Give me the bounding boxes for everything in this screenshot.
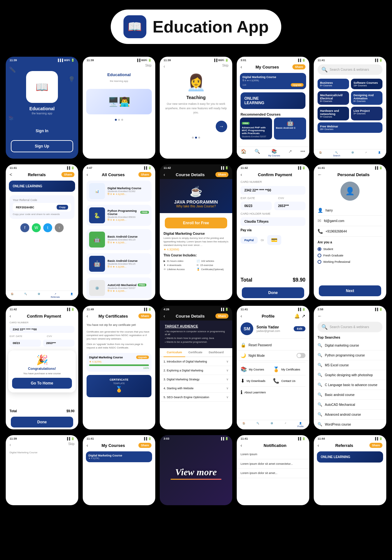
curr-1[interactable]: 1. Introduction of Digital Marketing ∨ (160, 357, 232, 366)
nav-more[interactable]: ••• (300, 149, 305, 157)
nav-share-profile[interactable]: ↗ (284, 422, 286, 427)
skip-16[interactable]: Skip (68, 442, 74, 447)
about-option[interactable]: ℹ About LearnVern (237, 387, 309, 398)
back-3[interactable]: ‹ (164, 64, 165, 69)
cert-upgrade-badge[interactable]: Upgrade (136, 355, 149, 359)
exp-c[interactable]: 08/23 (10, 340, 41, 347)
tab-certificate[interactable]: Certificate (185, 348, 206, 356)
nav-home-2[interactable]: 🏠 (319, 151, 322, 157)
back-notification[interactable]: ‹ (241, 443, 242, 448)
paypal-btn[interactable]: PayPal (241, 237, 258, 244)
whatsapp-btn[interactable]: W (32, 223, 41, 232)
nav-home[interactable]: 🏠 (241, 149, 246, 157)
share-icon-profile[interactable]: ↗ (302, 313, 305, 319)
share-my-courses[interactable]: Share (292, 64, 305, 69)
nav-referrals-tab[interactable]: ↗ Referrals (51, 293, 60, 298)
cardholder-field[interactable]: Claudia T.Reyes (241, 217, 305, 226)
back-17[interactable]: ‹ (87, 443, 88, 448)
course-item-2[interactable]: 🐍 Python Programming Course FREE Student… (87, 205, 151, 226)
cat-business[interactable]: Business 6+ Courses (318, 79, 349, 89)
nav-share-2[interactable]: ↗ (365, 151, 367, 157)
contact-us-option[interactable]: 📞 Contact Us (273, 375, 305, 387)
search-bar-5[interactable]: 🔍 Search Courses & webinars (318, 64, 382, 75)
nav-home-profile[interactable]: 🏠 (242, 422, 245, 427)
back-course[interactable]: ‹ (164, 172, 165, 177)
go-home-btn[interactable]: Go To Home (12, 378, 72, 389)
back-search[interactable]: ← (318, 313, 322, 319)
search-result-7[interactable]: 🔍 AutoCAD Mechanical (314, 400, 386, 410)
nav-search-profile[interactable]: 🔍 (256, 422, 259, 427)
exp-field[interactable]: 06/23 (241, 202, 272, 210)
back-personal[interactable]: ← (318, 172, 322, 177)
view-more-text[interactable]: View more (175, 467, 217, 477)
back-profile[interactable]: ‹ (241, 313, 242, 319)
nav-search-ref[interactable]: 🔍 (24, 293, 27, 298)
cat-designing[interactable]: Designing AndAnimation 6+ Courses (351, 91, 382, 105)
curr-5[interactable]: 5. SEO-Search Engine Optimization ∨ (160, 393, 232, 402)
my-certs-option[interactable]: 🏅 My Certificates (273, 364, 305, 375)
course-item-5[interactable]: ⚙️ AutoCAD Mechanical FREE Students Enro… (87, 277, 151, 298)
search-result-6[interactable]: 🔍 Basic android course (314, 390, 386, 400)
twitter-btn[interactable]: t (43, 223, 52, 232)
nav-search-2[interactable]: 🔍 Search (333, 151, 340, 157)
nav-settings-profile[interactable]: ⚙️ (270, 422, 273, 427)
tab-dashboard[interactable]: Dashboard (206, 348, 227, 356)
back-target[interactable]: ‹ (164, 313, 165, 319)
search-result-4[interactable]: 🔍 Graphic designing with photoshop (314, 370, 386, 380)
share-ref-2[interactable]: Share (369, 443, 382, 448)
back-ref-2[interactable]: ‹ (318, 443, 319, 448)
tab-curriculum[interactable]: Curriculum (164, 348, 185, 357)
course-item-1[interactable]: 📊 Digital Marketing Course Students Enro… (87, 181, 151, 202)
cat-live-project[interactable]: Live Project 3+ Courses (351, 107, 382, 120)
cat-mechanical[interactable]: Mechanical/civil/Electrical 8+ Courses (318, 91, 349, 105)
next-circle-btn[interactable]: → (216, 121, 227, 132)
back-congrats[interactable]: ‹ (10, 313, 11, 319)
more-share-btn[interactable]: ↑ (55, 223, 64, 232)
nav-settings-2[interactable]: ⚙️ (351, 151, 354, 157)
sign-in-btn[interactable]: Sign In (11, 126, 73, 136)
skip-btn[interactable]: Skip (145, 64, 151, 67)
share-certs[interactable]: Share (138, 313, 151, 319)
sign-up-btn[interactable]: Sign Up (11, 140, 73, 152)
curr-2[interactable]: 2. Exploring a Digital Marketing ∨ (160, 366, 232, 375)
cvv-c[interactable]: 2653*** (43, 340, 74, 347)
bell-icon[interactable]: 🔔 (294, 313, 300, 319)
done-btn-1[interactable]: Done (242, 287, 304, 298)
cat-software[interactable]: Software Courses 19+ Courses (351, 79, 382, 89)
night-mode-toggle[interactable] (297, 353, 305, 358)
my-downloads-option[interactable]: ⬇ My Downloads (241, 375, 273, 387)
nav-my-courses-tab[interactable]: 📚 My Courses (268, 149, 280, 157)
back-my-courses[interactable]: ‹ (241, 64, 242, 69)
nav-profile-ref[interactable]: 👤 (70, 293, 73, 298)
done-btn-c[interactable]: Done (11, 417, 73, 427)
upgrade-badge[interactable]: Upgrade (291, 83, 304, 87)
search-result-2[interactable]: 🔍 Python programming course (314, 350, 386, 360)
nav-settings-ref[interactable]: ⚙️ (38, 293, 40, 298)
reset-pw-row[interactable]: 🔒 Reset Password (237, 340, 309, 350)
nav-home-ref[interactable]: 🏠 (11, 293, 14, 298)
copy-btn[interactable]: Copy (57, 205, 68, 210)
back-16[interactable]: ‹ (10, 442, 11, 447)
cat-webinar[interactable]: Free Webinar 28+ Courses (318, 122, 382, 133)
enroll-btn[interactable]: Enroll for Free (165, 218, 227, 228)
back-referrals[interactable]: < (10, 172, 12, 177)
radio-graduate[interactable]: Fresh Graduate (318, 252, 382, 259)
edit-btn[interactable]: Edit (294, 326, 305, 331)
my-courses-option[interactable]: 📚 My Courses (241, 364, 273, 375)
share-target[interactable]: Share (215, 313, 228, 319)
search-result-9[interactable]: 🔍 WordPress course (314, 420, 386, 429)
share-all-courses[interactable]: Share (138, 172, 151, 177)
search-result-3[interactable]: 🔍 MS Excel course (314, 360, 386, 370)
back-payment-1[interactable]: ‹ (241, 172, 242, 177)
back-certs[interactable]: ‹ (87, 313, 88, 319)
curr-3[interactable]: 3. Digital Marketing Strategy ∨ (160, 375, 232, 384)
card-num-c[interactable]: 2342 22** **** **00 (10, 326, 74, 333)
next-btn[interactable]: Next (319, 285, 381, 296)
skip-3[interactable]: Skip (222, 64, 228, 69)
share-referrals[interactable]: Share (61, 172, 74, 177)
card-pay-btn[interactable]: 💳 (267, 235, 281, 245)
search-result-5[interactable]: 🔍 C Language basic to advance course (314, 380, 386, 390)
nav-profile-2[interactable]: 👤 (378, 151, 381, 157)
radio-professional[interactable]: Working Professional (318, 259, 382, 265)
radio-student[interactable]: Student (318, 246, 382, 252)
